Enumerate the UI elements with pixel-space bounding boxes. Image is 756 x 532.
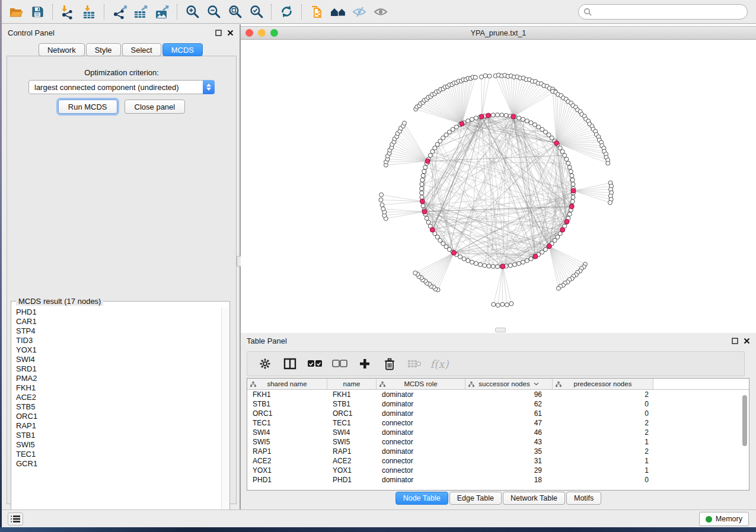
mcds-node-item[interactable]: GCR1 <box>12 459 221 469</box>
mcds-node-item[interactable]: CAR1 <box>12 317 221 326</box>
zoom-in-button[interactable] <box>181 2 203 21</box>
deselect-all-rows-button[interactable] <box>331 355 348 372</box>
task-history-button[interactable] <box>8 512 23 525</box>
network-titlebar[interactable]: YPA_prune.txt_1 <box>241 26 756 40</box>
mcds-node-item[interactable]: RAP1 <box>12 421 221 431</box>
mcds-node-item[interactable]: TID3 <box>12 336 221 345</box>
eye-slash-icon <box>352 5 367 19</box>
close-panel-icon[interactable] <box>227 30 234 36</box>
column-header-shared-name[interactable]: shared name <box>247 379 327 389</box>
optimization-criterion-select[interactable]: largest connected component (undirected) <box>28 80 215 94</box>
tab-motifs[interactable]: Motifs <box>566 492 601 505</box>
table-row[interactable]: SWI5SWI5connector431 <box>247 437 749 447</box>
mcds-node-item[interactable]: STP4 <box>12 326 221 336</box>
tab-network-table[interactable]: Network Table <box>503 492 565 505</box>
mcds-node-item[interactable]: ACE2 <box>12 393 221 402</box>
table-row[interactable]: ORC1ORC1dominator610 <box>247 409 749 418</box>
zoom-fit-button[interactable] <box>224 2 245 21</box>
table-cell: FKH1 <box>247 390 327 399</box>
table-row[interactable]: RAP1RAP1dominator352 <box>247 447 749 456</box>
control-panel: Control Panel NetworkStyleSelectMCDS Opt… <box>2 24 240 509</box>
mcds-node-item[interactable]: STB5 <box>12 402 221 412</box>
table-cell: PHD1 <box>327 475 377 485</box>
export-network-button[interactable] <box>109 2 130 21</box>
mcds-list-scrollbar[interactable] <box>221 307 229 520</box>
table-row[interactable]: TEC1TEC1connector472 <box>247 418 749 428</box>
table-row[interactable]: STB1STB1dominator620 <box>247 399 749 409</box>
close-panel-button[interactable]: Close panel <box>125 100 186 114</box>
zoom-selected-button[interactable] <box>245 2 267 21</box>
optimization-criterion-value: largest connected component (undirected) <box>29 83 203 92</box>
select-all-rows-button[interactable] <box>307 355 323 372</box>
toolbar-separator <box>177 4 177 20</box>
show-all-button[interactable] <box>370 2 391 21</box>
table-row[interactable]: FKH1FKH1dominator962 <box>247 390 749 399</box>
hide-selected-button[interactable] <box>349 2 370 21</box>
tab-mcds[interactable]: MCDS <box>162 43 203 56</box>
table-cell: ACE2 <box>327 456 377 466</box>
table-cell: 1 <box>553 456 653 466</box>
horizontal-splitter-grip[interactable] <box>495 328 506 332</box>
table-settings-button[interactable] <box>257 355 273 372</box>
select-stepper-icon <box>203 80 215 94</box>
first-neighbors-button[interactable] <box>327 2 349 21</box>
save-session-button[interactable] <box>27 2 48 21</box>
network-graph[interactable] <box>241 40 756 333</box>
memory-button[interactable]: Memory <box>699 512 749 526</box>
duplicate-network-button[interactable] <box>306 2 327 21</box>
mcds-node-item[interactable]: SWI4 <box>12 355 221 364</box>
tab-style[interactable]: Style <box>86 43 121 56</box>
table-cell: FKH1 <box>327 390 377 399</box>
mcds-node-item[interactable]: PHD1 <box>12 307 221 317</box>
tab-edge-table[interactable]: Edge Table <box>449 492 502 505</box>
search-input[interactable] <box>595 8 747 17</box>
table-row[interactable]: YOX1YOX1connector291 <box>247 466 749 475</box>
network-canvas[interactable] <box>241 40 756 333</box>
task-list-icon <box>11 515 20 523</box>
tab-select[interactable]: Select <box>122 43 161 56</box>
mcds-node-item[interactable]: SRD1 <box>12 364 221 374</box>
table-row[interactable]: SWI4SWI4dominator462 <box>247 428 749 437</box>
close-panel-icon[interactable] <box>744 338 750 344</box>
header-filler <box>653 379 749 389</box>
open-file-button[interactable] <box>5 2 27 21</box>
column-header-name[interactable]: name <box>327 379 377 389</box>
column-header-successor-nodes[interactable]: successor nodes <box>465 379 553 389</box>
toolbar-separator <box>52 4 53 20</box>
tab-network[interactable]: Network <box>39 43 85 56</box>
show-column-panel-button[interactable] <box>282 355 298 372</box>
table-cell: 35 <box>465 447 553 456</box>
delete-table-icon <box>407 359 422 368</box>
mcds-tab-panel: Optimization criterion: largest connecte… <box>7 56 237 504</box>
create-column-button[interactable] <box>356 355 373 372</box>
mcds-node-item[interactable]: PMA2 <box>12 374 221 383</box>
table-scrollbar-thumb[interactable] <box>742 395 747 446</box>
run-mcds-button[interactable]: Run MCDS <box>58 100 117 114</box>
mcds-node-item[interactable]: STB1 <box>12 431 221 440</box>
table-cell: 18 <box>465 475 553 485</box>
export-image-button[interactable] <box>151 2 173 21</box>
import-table-button[interactable] <box>78 2 100 21</box>
mcds-node-item[interactable]: YOX1 <box>12 345 221 355</box>
table-row[interactable]: ACE2ACE2connector311 <box>247 456 749 466</box>
export-table-button[interactable] <box>130 2 151 21</box>
column-header-predecessor-nodes[interactable]: predecessor nodes <box>553 379 653 389</box>
table-cell: 0 <box>553 409 653 418</box>
mcds-node-item[interactable]: TEC1 <box>12 450 221 459</box>
table-panel-title: Table Panel <box>247 336 287 345</box>
float-panel-icon[interactable] <box>732 338 738 344</box>
delete-column-button[interactable] <box>381 355 398 372</box>
refresh-button[interactable] <box>276 2 297 21</box>
tab-node-table[interactable]: Node Table <box>395 492 448 505</box>
import-network-button[interactable] <box>57 2 78 21</box>
mcds-node-item[interactable]: FKH1 <box>12 383 221 393</box>
control-panel-header: Control Panel <box>2 24 240 41</box>
mcds-node-item[interactable]: ORC1 <box>12 412 221 421</box>
table-row[interactable]: PHD1PHD1dominator180 <box>247 475 749 485</box>
mcds-result-list[interactable]: PHD1CAR1STP4TID3YOX1SWI4SRD1PMA2FKH1ACE2… <box>12 307 221 520</box>
column-header-MCDS-role[interactable]: MCDS role <box>377 379 465 389</box>
mcds-node-item[interactable]: SWI5 <box>12 440 221 450</box>
float-panel-icon[interactable] <box>215 30 222 36</box>
zoom-out-button[interactable] <box>203 2 224 21</box>
search-field[interactable] <box>578 4 748 20</box>
